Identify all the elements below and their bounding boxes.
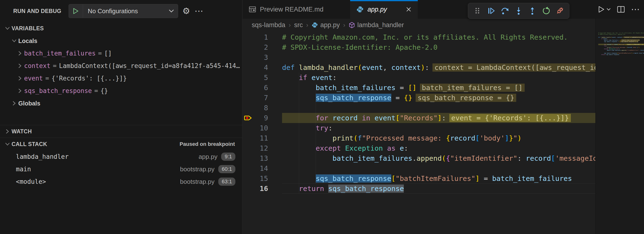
code-line-text[interactable]: return sqs_batch_response [282,184,644,194]
code-line[interactable]: 8 [242,103,644,113]
call-stack-frame[interactable]: <module>bootstrap.py63:1 [0,175,242,188]
step-over-button[interactable] [499,5,511,16]
debug-configuration-dropdown[interactable]: No Configurations [68,4,178,18]
code-line[interactable]: 11 print(f"Processed message: {record['b… [242,133,644,143]
disconnect-button[interactable] [554,5,566,16]
code-token: = [396,84,408,92]
code-line-text[interactable]: sqs_batch_response["batchItemFailures"] … [282,173,644,184]
code-line[interactable]: 10 try: [242,123,644,133]
equals-sign: = [50,62,59,69]
code-line[interactable]: 15 sqs_batch_response["batchItemFailures… [242,173,644,184]
run-and-debug-sidebar: RUN AND DEBUG No Configurations ⚙ ⋯ VARI… [0,0,242,234]
code-line-text[interactable]: if event: [282,73,644,83]
code-line-text[interactable]: batch_item_failures.append({"itemIdentif… [282,153,644,163]
code-line[interactable]: 13 batch_item_failures.append({"itemIden… [242,153,644,163]
tab-app-py[interactable]: app.py [350,0,418,19]
split-editor-button[interactable] [617,6,625,13]
line-number: 13 [254,153,268,163]
minimap[interactable]: # Copyright Amazon.com, Inc. or its affi… [596,19,644,234]
variable-name: batch_item_failures [24,50,96,57]
gutter-gap [268,93,282,103]
code-line-text[interactable] [282,163,644,173]
variable-row[interactable]: sqs_batch_response={} [0,85,242,97]
locals-group-row[interactable]: Locals [0,35,242,47]
python-icon [356,6,364,13]
code-line[interactable]: 16 return sqs_batch_response [242,184,644,194]
continue-button[interactable] [486,5,497,16]
gutter-gap [268,73,282,83]
call-stack-frame[interactable]: lambda_handlerapp.py9:1 [0,150,242,163]
code-token: [ [396,114,400,122]
sidebar-header: RUN AND DEBUG No Configurations ⚙ ⋯ [0,0,242,22]
code-line[interactable]: 2# SPDX-License-Identifier: Apache-2.0 [242,42,644,52]
variables-list: batch_item_failures=[]context=LambdaCont… [0,47,242,97]
minimap-token [598,54,601,55]
breadcrumb-item-folder[interactable]: src [294,21,303,29]
variable-row[interactable]: event={'Records': [{...}]} [0,72,242,85]
code-line[interactable]: 12 except Exception as e: [242,143,644,153]
variable-row[interactable]: context=LambdaContext([aws_request_id=a8… [0,60,242,72]
minimap-line: return sqs_batch_response [598,54,644,55]
gutter-space [242,123,254,133]
variable-row[interactable]: batch_item_failures=[] [0,47,242,60]
code-line[interactable]: 4def lambda_handler(event, context):cont… [242,62,644,73]
code-line-text[interactable]: except Exception as e: [282,143,644,153]
code-line-text[interactable]: def lambda_handler(event, context):conte… [282,62,644,73]
restart-button[interactable] [540,5,552,16]
code-line-text[interactable]: # Copyright Amazon.com, Inc. or its affi… [282,32,644,42]
chevron-right-icon: › [306,21,308,29]
code-line[interactable]: 3 [242,52,644,62]
code-line-text[interactable]: # SPDX-License-Identifier: Apache-2.0 [282,42,644,52]
code-line[interactable]: 9 for record in event["Records"]:event =… [242,113,644,123]
code-line[interactable]: 6 batch_item_failures = []batch_item_fai… [242,83,644,93]
code-token: sqs_batch_response [316,174,391,183]
run-python-file-button[interactable] [598,6,611,13]
code-line[interactable]: 14 [242,163,644,173]
current-frame-breakpoint-icon[interactable] [242,113,254,123]
code-token: event [312,74,332,82]
variables-section-header[interactable]: VARIABLES [0,22,242,35]
step-into-button[interactable] [513,5,524,16]
watch-section-header[interactable]: WATCH [0,125,242,138]
code-line[interactable]: 5 if event: [242,73,644,83]
code-line[interactable]: 1# Copyright Amazon.com, Inc. or its aff… [242,32,644,42]
code-editor[interactable]: 1# Copyright Amazon.com, Inc. or its aff… [242,31,644,194]
code-line[interactable]: 7 sqs_batch_response = {}sqs_batch_respo… [242,93,644,103]
gutter-gap [268,163,282,173]
call-stack-frame[interactable]: mainbootstrap.py60:1 [0,163,242,175]
drag-handle[interactable] [472,5,483,16]
close-icon[interactable] [406,6,412,12]
tab-preview-readme[interactable]: Preview README.md [242,0,350,19]
start-debug-button[interactable] [69,4,83,18]
code-line-text[interactable]: try: [282,123,644,133]
frame-name: <module> [0,178,46,185]
code-token: ) [518,134,522,142]
frame-location: bootstrap.py60:1 [180,165,235,173]
code-token: record [332,114,358,122]
more-actions-button[interactable]: ⋯ [631,4,640,14]
ellipsis-icon[interactable]: ⋯ [194,7,203,15]
chevron-down-icon[interactable] [606,8,611,11]
code-line-text[interactable] [282,52,644,62]
breadcrumb-item-folder[interactable]: sqs-lambda [252,21,286,29]
breadcrumb-item-symbol[interactable]: lambda_handler [349,21,404,29]
step-out-button[interactable] [526,5,538,16]
code-line-text[interactable]: sqs_batch_response = {}sqs_batch_respons… [282,93,644,103]
code-line-text[interactable]: batch_item_failures = []batch_item_failu… [282,83,644,93]
code-token: # SPDX-License-Identifier: Apache-2.0 [282,43,438,51]
gear-icon[interactable]: ⚙ [182,7,190,15]
breadcrumb-item-file[interactable]: app.py [312,21,340,29]
code-line-text[interactable] [282,103,644,113]
minimap-token: context [617,36,622,38]
minimap-chip: context = LambdaContext([aws_request_id=… [624,36,644,38]
minimap-chip: event = {'Records': [{...}]} [626,44,644,45]
code-line-text[interactable]: print(f"Processed message: {record['body… [282,133,644,143]
globals-group-row[interactable]: Globals [0,97,242,110]
code-line-text[interactable]: for record in event["Records"]:event = {… [282,113,644,123]
chevron-right-icon [16,76,24,81]
code-token: ] [475,174,480,183]
call-stack-section-header[interactable]: CALL STACK Paused on breakpoint [0,138,242,150]
minimap-token: sqs_batch_response [606,54,619,55]
code-token [282,74,299,82]
minimap-token: "batchItemFailures" [618,52,632,54]
